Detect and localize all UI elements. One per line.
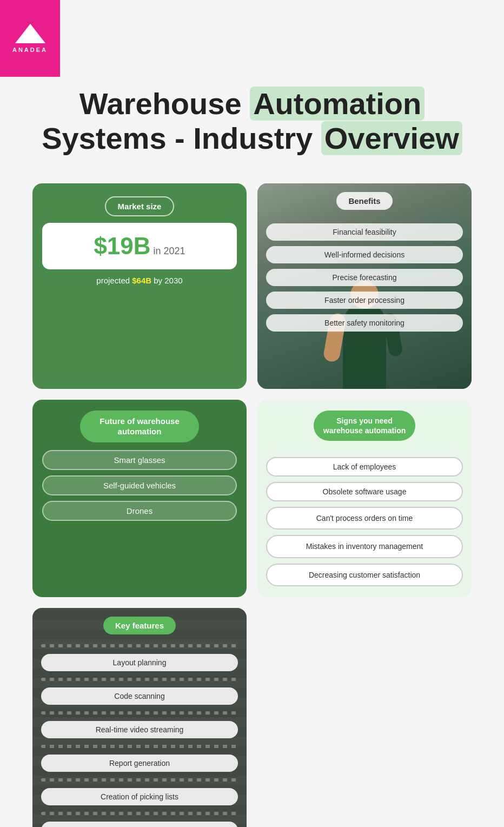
shelf-strip-2 [41, 678, 238, 681]
kf-content: Key features Layout planning Code scanni… [32, 608, 247, 827]
benefit-item-3: Precise forecasting [266, 269, 463, 286]
key-features-card: Key features Layout planning Code scanni… [32, 608, 247, 827]
benefits-overlay: Benefits Financial feasibility Well-info… [257, 183, 472, 389]
signs-item-1: Lack of employees [266, 457, 463, 477]
future-label: Future of warehouse automation [80, 411, 199, 442]
market-projected: projected $64B by 2030 [42, 276, 237, 285]
title-line2: Systems - Industry Overview [32, 121, 472, 156]
signs-header-container: Signs you need warehouse automation [266, 411, 463, 441]
signs-card: Signs you need warehouse automation Lack… [257, 400, 472, 597]
signs-label: Signs you need warehouse automation [314, 411, 415, 441]
kf-header-container: Key features [41, 617, 238, 634]
title-overview-highlight: Overview [321, 121, 462, 155]
projected-suffix: by 2030 [151, 276, 183, 285]
future-items: Smart glasses Self-guided vehicles Drone… [42, 450, 237, 521]
signs-item-4: Mistakes in inventory management [266, 535, 463, 558]
kf-item-1: Layout planning [41, 654, 238, 671]
logo-icon [15, 24, 45, 43]
future-item-1: Smart glasses [42, 450, 237, 470]
market-size-card: Market size $19B in 2021 projected $64B … [32, 183, 247, 389]
title-automation-highlight: Automation [250, 87, 425, 121]
row3: Key features Layout planning Code scanni… [32, 608, 472, 827]
kf-label: Key features [103, 617, 176, 634]
kf-item-2: Code scanning [41, 687, 238, 705]
benefits-card: Benefits Financial feasibility Well-info… [257, 183, 472, 389]
kf-item-6: E-workflow [41, 822, 238, 827]
projected-value: $64B [132, 276, 151, 285]
title-line1: Warehouse Automation [32, 87, 472, 121]
signs-item-3: Can't process orders on time [266, 507, 463, 530]
future-item-3: Drones [42, 501, 237, 521]
kf-item-4: Report generation [41, 755, 238, 772]
benefit-item-2: Well-informed decisions [266, 246, 463, 263]
future-card: Future of warehouse automation Smart gla… [32, 400, 247, 597]
shelf-strip-6 [41, 812, 238, 815]
signs-item-2: Obsolete software usage [266, 482, 463, 501]
market-pill-header: Market size [42, 196, 237, 216]
market-size-label: Market size [105, 196, 175, 216]
benefits-items: Financial feasibility Well-informed deci… [266, 223, 463, 332]
row3-grid: Key features Layout planning Code scanni… [32, 608, 472, 827]
shelf-strip-5 [41, 778, 238, 782]
title-systems: Systems - Industry [42, 121, 321, 155]
market-year: in 2021 [151, 246, 185, 256]
signs-items: Lack of employees Obsolete software usag… [266, 457, 463, 586]
signs-item-5: Decreasing customer satisfaction [266, 564, 463, 586]
benefit-item-5: Better safety monitoring [266, 314, 463, 332]
logo-text: ANADEA [12, 47, 48, 53]
market-big-value: $19B [94, 233, 150, 259]
future-header-container: Future of warehouse automation [42, 411, 237, 442]
market-value-box: $19B in 2021 [42, 223, 237, 269]
title-warehouse: Warehouse [79, 87, 250, 121]
title-section: Warehouse Automation Systems - Industry … [32, 87, 472, 156]
kf-item-3: Real-time video streaming [41, 721, 238, 738]
benefit-item-4: Faster order processing [266, 292, 463, 309]
benefits-pill-header: Benefits [266, 192, 463, 210]
future-item-2: Self-guided vehicles [42, 475, 237, 495]
shelf-strip-4 [41, 745, 238, 748]
shelf-strip-1 [41, 644, 238, 647]
kf-item-5: Creation of picking lists [41, 788, 238, 805]
benefits-label: Benefits [336, 192, 392, 210]
benefit-item-1: Financial feasibility [266, 223, 463, 241]
logo-area: ANADEA [0, 0, 60, 77]
row2: Future of warehouse automation Smart gla… [32, 400, 472, 597]
projected-prefix: projected [96, 276, 132, 285]
row3-right-placeholder [257, 608, 472, 827]
shelf-strip-3 [41, 711, 238, 714]
row1: Market size $19B in 2021 projected $64B … [32, 183, 472, 389]
